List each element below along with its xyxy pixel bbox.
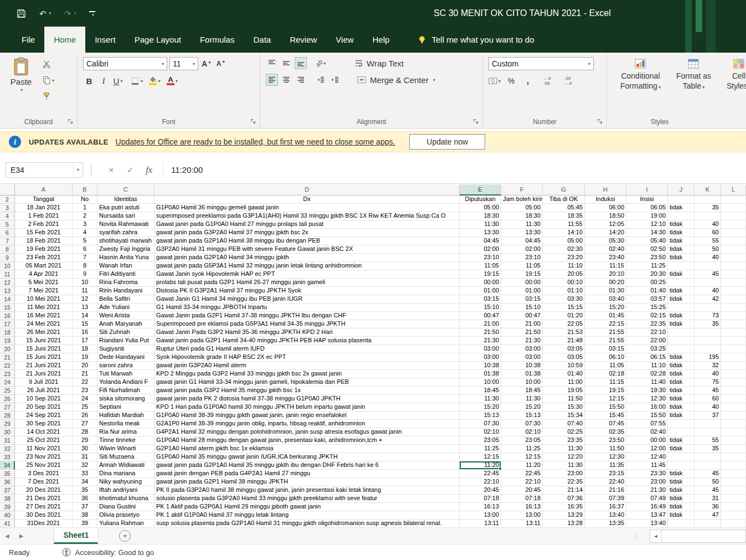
cell-G4[interactable]: 18:35 xyxy=(543,212,585,220)
cell-F19[interactable]: 21:30 xyxy=(501,337,543,345)
cell-C36[interactable]: Niky wahyuning xyxy=(97,478,155,486)
borders-button[interactable]: ▾ xyxy=(131,75,143,87)
cell-F29[interactable]: 07:30 xyxy=(501,420,543,428)
cell-G37[interactable]: 21:14 xyxy=(543,486,585,495)
cell-F23[interactable]: 01:38 xyxy=(501,370,543,378)
cell-F38[interactable]: 07:18 xyxy=(501,495,543,503)
row-header-38[interactable]: 38 xyxy=(0,495,15,503)
cell-I22[interactable]: 11:10 xyxy=(626,362,668,370)
cell-D39[interactable]: PK 1 Aktif pada G2P0A1 Hamil 29 minggu j… xyxy=(155,503,460,511)
cell-C29[interactable]: Nestorlia meak xyxy=(97,420,155,428)
cell-L5[interactable] xyxy=(721,220,746,229)
font-name-combo[interactable]: Calibri ▾ xyxy=(83,57,167,70)
cell-F10[interactable]: 11:05 xyxy=(501,262,543,270)
cell-C2[interactable]: Identitas xyxy=(97,196,155,204)
cell-J32[interactable]: tidak xyxy=(668,445,694,453)
cell-E18[interactable]: 21:50 xyxy=(460,328,501,337)
cell-C35[interactable]: Dina mariana xyxy=(97,470,155,478)
cell-K8[interactable]: 50 xyxy=(694,245,721,254)
cell-B40[interactable]: 38 xyxy=(73,511,97,520)
cell-I41[interactable]: 13:40 xyxy=(626,520,668,528)
cell-J3[interactable]: tidak xyxy=(668,204,694,212)
cell-I39[interactable]: 16:49 xyxy=(626,503,668,511)
cell-H22[interactable]: 11:05 xyxy=(585,362,626,370)
cell-K35[interactable]: 45 xyxy=(694,470,721,478)
cell-E4[interactable]: 18:30 xyxy=(460,212,501,220)
cell-F30[interactable]: 02:10 xyxy=(501,428,543,436)
decrease-font-size-button[interactable]: A▼ xyxy=(215,58,227,70)
cell-B38[interactable]: 36 xyxy=(73,495,97,503)
cell-K26[interactable]: 60 xyxy=(694,395,721,403)
cell-C14[interactable]: Bella Safitri xyxy=(97,295,155,304)
cell-D5[interactable]: Gawat janin pada G1P0A0 Hamil 27 minggu … xyxy=(155,220,460,229)
cell-K30[interactable] xyxy=(694,428,721,436)
tab-splitter-icon[interactable]: ⋮ xyxy=(633,532,640,540)
cell-I6[interactable]: 14:30 xyxy=(626,229,668,237)
cell-E11[interactable]: 19:15 xyxy=(460,270,501,279)
cell-E33[interactable]: 12:15 xyxy=(460,453,501,461)
cell-K27[interactable]: 40 xyxy=(694,403,721,412)
cell-E37[interactable]: 20:45 xyxy=(460,486,501,495)
cell-K41[interactable] xyxy=(694,520,721,528)
cell-A7[interactable]: 18 Feb 2021 xyxy=(15,237,73,245)
cell-A24[interactable]: 9 Juli 2021 xyxy=(15,378,73,387)
row-header-24[interactable]: 24 xyxy=(0,378,15,387)
cell-D38[interactable]: solusio plasenta pada G3P2A0 Hamil 33 mi… xyxy=(155,495,460,503)
cell-L30[interactable] xyxy=(721,428,746,436)
cell-E23[interactable]: 01:38 xyxy=(460,370,501,378)
cell-H7[interactable]: 05:30 xyxy=(585,237,626,245)
cell-J15[interactable] xyxy=(668,304,694,312)
cell-H24[interactable]: 11:15 xyxy=(585,378,626,387)
cell-G31[interactable]: 23:35 xyxy=(543,436,585,445)
cell-F25[interactable]: 18:45 xyxy=(501,387,543,395)
cell-A23[interactable]: 21 Juni 2021 xyxy=(15,370,73,378)
cell-A18[interactable]: 26 Mei 2021 xyxy=(15,328,73,337)
tab-review[interactable]: Review xyxy=(280,27,326,53)
cell-styles-button[interactable]: Cell Styles▾ xyxy=(719,57,746,94)
cell-A25[interactable]: 26 Juli 2021 xyxy=(15,387,73,395)
cell-J19[interactable] xyxy=(668,337,694,345)
cell-I37[interactable]: 21:30 xyxy=(626,486,668,495)
cell-D33[interactable]: G1P0A0 Hamil 35 minggu gawat janin IUGR,… xyxy=(155,453,460,461)
cell-L22[interactable] xyxy=(721,362,746,370)
cell-K19[interactable] xyxy=(694,337,721,345)
cell-H19[interactable]: 21:55 xyxy=(585,337,626,345)
cell-G33[interactable]: 12:20 xyxy=(543,453,585,461)
cell-E10[interactable]: 11:05 xyxy=(460,262,501,270)
cell-K36[interactable]: 50 xyxy=(694,478,721,486)
cell-D30[interactable]: G4P2A1 Hamil 32 minggu dengan polohidrom… xyxy=(155,428,460,436)
cell-J27[interactable]: tidak xyxy=(668,403,694,412)
row-header-21[interactable]: 21 xyxy=(0,353,15,362)
cell-E34[interactable]: 11:20 xyxy=(460,461,501,470)
cell-C16[interactable]: Weni Arista xyxy=(97,312,155,320)
cell-C40[interactable]: Olivia prasetyo xyxy=(97,511,155,520)
cell-L12[interactable] xyxy=(721,279,746,287)
cell-B10[interactable]: 8 xyxy=(73,262,97,270)
cell-K38[interactable]: 31 xyxy=(694,495,721,503)
cell-C10[interactable]: Wanah Irfan xyxy=(97,262,155,270)
row-header-17[interactable]: 17 xyxy=(0,320,15,328)
cell-G41[interactable]: 13:28 xyxy=(543,520,585,528)
cell-C33[interactable]: Siti Muzaena xyxy=(97,453,155,461)
cell-G11[interactable]: 20:05 xyxy=(543,270,585,279)
cell-D28[interactable]: G1P0A0 Hamil 38-39 minggu jpkth gawat ja… xyxy=(155,412,460,420)
cell-C20[interactable]: Sugiyanti xyxy=(97,345,155,353)
top-align-button[interactable] xyxy=(266,57,278,69)
cell-J34[interactable] xyxy=(668,461,694,470)
cell-K10[interactable] xyxy=(694,262,721,270)
cell-A38[interactable]: 21 Des 2021 xyxy=(15,495,73,503)
column-header-B[interactable]: B xyxy=(73,184,97,196)
cell-L40[interactable] xyxy=(721,511,746,520)
cell-E29[interactable]: 07:30 xyxy=(460,420,501,428)
insert-function-icon[interactable]: fx xyxy=(140,165,158,175)
cell-B39[interactable]: 37 xyxy=(73,503,97,511)
cell-A35[interactable]: 3 Des 2021 xyxy=(15,470,73,478)
cell-C11[interactable]: Fitri Aditiyanti xyxy=(97,270,155,279)
cell-K24[interactable]: 75 xyxy=(694,378,721,387)
cell-J17[interactable]: tidak xyxy=(668,320,694,328)
cell-F12[interactable]: 00:00 xyxy=(501,279,543,287)
cell-G13[interactable]: 01:10 xyxy=(543,287,585,295)
cell-F32[interactable]: 11:25 xyxy=(501,445,543,453)
cell-A2[interactable]: Tanggal xyxy=(15,196,73,204)
cell-G12[interactable]: 00:10 xyxy=(543,279,585,287)
